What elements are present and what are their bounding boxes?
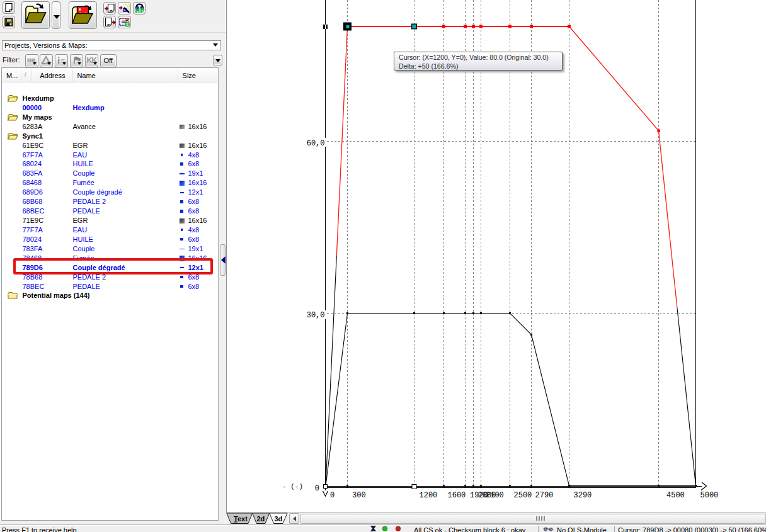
svg-text:5000: 5000 bbox=[700, 491, 719, 500]
svg-text:300: 300 bbox=[352, 491, 366, 500]
svg-text:P: P bbox=[140, 7, 144, 14]
svg-text:H: H bbox=[135, 7, 140, 14]
svg-text:2500: 2500 bbox=[514, 491, 532, 500]
svg-text:30,0: 30,0 bbox=[307, 311, 325, 320]
svg-text:2d: 2d bbox=[257, 515, 265, 523]
svg-text:3290: 3290 bbox=[574, 491, 592, 500]
svg-text:1600: 1600 bbox=[448, 491, 466, 500]
svg-text:0: 0 bbox=[330, 491, 334, 500]
svg-text:Text: Text bbox=[234, 515, 248, 523]
svg-text:2790: 2790 bbox=[535, 491, 554, 500]
svg-text:0: 0 bbox=[315, 484, 319, 493]
svg-text:60,0: 60,0 bbox=[307, 139, 325, 148]
svg-text:1200: 1200 bbox=[420, 491, 438, 500]
svg-text:2100: 2100 bbox=[486, 491, 504, 500]
svg-text:- (-): - (-) bbox=[282, 483, 303, 490]
svg-text:3d: 3d bbox=[275, 515, 283, 523]
svg-text:4500: 4500 bbox=[666, 491, 685, 500]
